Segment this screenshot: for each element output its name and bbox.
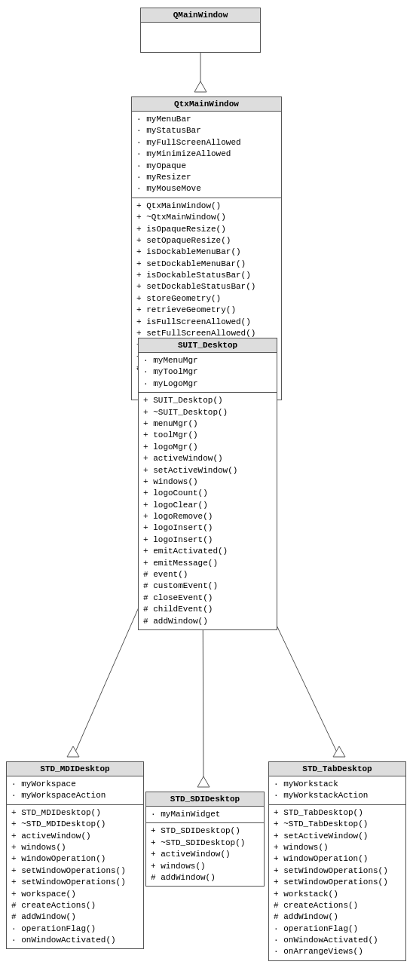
std-tabdesktop-box: STD_TabDesktop · myWorkstack · myWorksta… <box>268 761 406 961</box>
suit-desktop-attrs: · myMenuMgr · myToolMgr · myLogoMgr <box>139 353 277 393</box>
std-tabdesktop-title: STD_TabDesktop <box>269 762 405 776</box>
qmainwindow-box: QMainWindow <box>140 8 261 53</box>
std-sdidesktop-box: STD_SDIDesktop · myMainWidget + STD_SDID… <box>145 792 265 887</box>
std-tabdesktop-methods: + STD_TabDesktop() + ~STD_TabDesktop() +… <box>269 805 405 960</box>
suit-desktop-title: SUIT_Desktop <box>139 338 277 353</box>
diagram-container: QMainWindow QtxMainWindow · myMenuBar · … <box>0 0 413 980</box>
svg-marker-1 <box>194 81 206 92</box>
suit-desktop-methods: + SUIT_Desktop() + ~SUIT_Desktop() + men… <box>139 393 277 629</box>
std-mdidesktop-methods: + STD_MDIDesktop() + ~STD_MDIDesktop() +… <box>7 805 143 949</box>
svg-marker-5 <box>67 746 79 757</box>
std-sdidesktop-methods: + STD_SDIDesktop() + ~STD_SDIDesktop() +… <box>146 823 264 886</box>
qtxmainwindow-attrs: · myMenuBar · myStatusBar · myFullScreen… <box>132 112 281 198</box>
std-mdidesktop-box: STD_MDIDesktop · myWorkspace · myWorkspa… <box>6 761 144 949</box>
qmainwindow-title: QMainWindow <box>141 8 260 23</box>
suit-desktop-box: SUIT_Desktop · myMenuMgr · myToolMgr · m… <box>138 338 277 630</box>
std-tabdesktop-attrs: · myWorkstack · myWorkstackAction <box>269 776 405 805</box>
std-mdidesktop-title: STD_MDIDesktop <box>7 762 143 776</box>
std-sdidesktop-attrs: · myMainWidget <box>146 807 264 823</box>
qtxmainwindow-title: QtxMainWindow <box>132 97 281 112</box>
svg-marker-7 <box>197 776 210 787</box>
std-sdidesktop-title: STD_SDIDesktop <box>146 792 264 807</box>
svg-marker-9 <box>333 746 345 757</box>
std-mdidesktop-attrs: · myWorkspace · myWorkspaceAction <box>7 776 143 805</box>
